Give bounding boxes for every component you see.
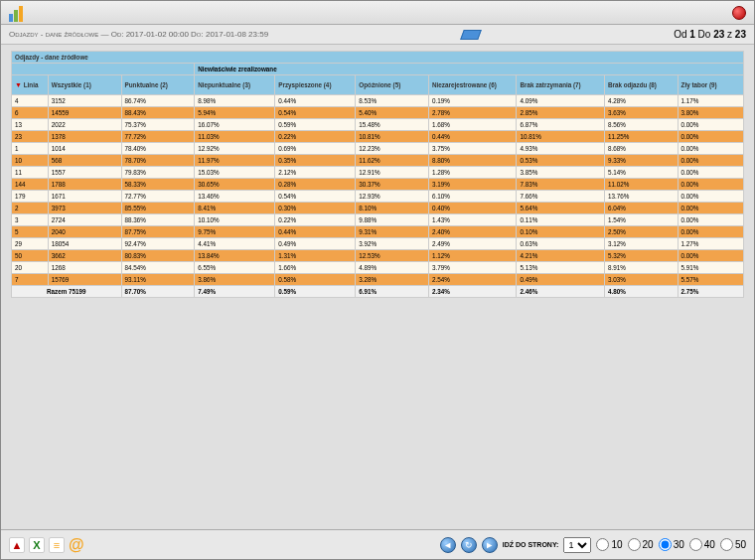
table-row[interactable]: 23137877.72%11.03%0.22%10.81%0.44%10.81%…	[12, 131, 744, 143]
next-page-button[interactable]: ►	[482, 537, 498, 553]
total-cell: 4.80%	[604, 286, 678, 298]
export-xls-icon[interactable]: X	[29, 537, 45, 553]
table-cell: 1671	[48, 191, 121, 203]
table-row[interactable]: 1101478.40%12.92%0.69%12.23%3.75%4.93%8.…	[12, 143, 744, 155]
col-linia[interactable]: ▼ Linia	[12, 75, 49, 95]
sort-desc-icon: ▼	[15, 81, 22, 88]
table-cell: 5.94%	[195, 107, 275, 119]
table-cell: 5.32%	[604, 250, 678, 262]
prev-page-button[interactable]: ◄	[440, 537, 456, 553]
table-cell: 4.21%	[517, 250, 604, 262]
table-cell: 1.31%	[275, 250, 356, 262]
table-cell: 3.19%	[429, 179, 517, 191]
table-cell: 2022	[48, 119, 121, 131]
page-size-radio[interactable]	[596, 538, 609, 551]
table-cell: 0.00%	[678, 226, 743, 238]
table-cell: 10.81%	[356, 131, 429, 143]
table-cell: 30.65%	[195, 179, 275, 191]
table-cell: 87.75%	[121, 226, 195, 238]
range-do: Do	[698, 29, 711, 40]
table-cell: 7.83%	[517, 179, 604, 191]
table-row[interactable]: 11155779.83%15.03%2.12%12.91%1.28%3.85%5…	[12, 167, 744, 179]
page-size-option[interactable]: 10	[596, 538, 622, 551]
table-cell: 79.83%	[121, 167, 195, 179]
table-cell: 0.35%	[275, 155, 356, 167]
table-row[interactable]: 5204087.75%9.75%0.44%9.31%2.40%0.10%2.50…	[12, 226, 744, 238]
close-icon[interactable]	[732, 6, 746, 20]
page-size-option[interactable]: 40	[689, 538, 715, 551]
table-row[interactable]: 4315286.74%8.98%0.44%8.53%0.19%4.09%4.28…	[12, 95, 744, 107]
table-cell: 12.93%	[356, 191, 429, 203]
table-cell: 0.69%	[275, 143, 356, 155]
table-cell: 8.41%	[195, 203, 275, 214]
table-cell: 13	[12, 119, 49, 131]
table-cell: 11.03%	[195, 131, 275, 143]
table-cell: 0.54%	[275, 107, 356, 119]
table-cell: 3662	[48, 250, 121, 262]
export-pdf-icon[interactable]: ▲	[9, 537, 25, 553]
table-cell: 0.10%	[517, 226, 604, 238]
table-cell: 2040	[48, 226, 121, 238]
table-row[interactable]: 144178858.33%30.65%0.28%30.37%3.19%7.83%…	[12, 179, 744, 191]
table-title: Odjazdy - dane źródłowe	[12, 52, 744, 64]
table-row[interactable]: 50366280.83%13.84%1.31%12.53%1.12%4.21%5…	[12, 250, 744, 262]
table-cell: 3.85%	[517, 167, 604, 179]
table-row[interactable]: 179167172.77%13.46%0.54%12.93%6.10%7.66%…	[12, 191, 744, 203]
page-size-label: 40	[704, 539, 715, 550]
table-cell: 11.02%	[604, 179, 678, 191]
table-cell: 0.00%	[678, 214, 743, 226]
table-row[interactable]: 71576993.11%3.86%0.58%3.28%2.54%0.49%3.0…	[12, 274, 744, 286]
table-cell: 0.00%	[678, 155, 743, 167]
table-cell: 9.88%	[356, 214, 429, 226]
table-cell: 78.40%	[121, 143, 195, 155]
table-cell: 2.85%	[517, 107, 604, 119]
page-size-option[interactable]: 50	[720, 538, 746, 551]
goto-page-select[interactable]: 1	[563, 537, 591, 553]
page-size-radio[interactable]	[659, 538, 672, 551]
col-przyspieszone[interactable]: Przyspieszone (4)	[275, 75, 356, 95]
export-email-icon[interactable]: @	[69, 536, 84, 554]
table-row[interactable]: 20126884.54%6.55%1.66%4.89%3.79%5.13%8.9…	[12, 262, 744, 274]
col-niepunktualne[interactable]: Niepunktualne (3)	[195, 75, 275, 95]
refresh-button[interactable]: ↻	[461, 537, 477, 553]
page-size-option[interactable]: 30	[659, 538, 684, 551]
table-row[interactable]: 1056878.70%11.97%0.35%11.62%8.80%0.53%9.…	[12, 155, 744, 167]
goto-label: IDŹ DO STRONY:	[503, 541, 559, 548]
col-brak-zatrzymania[interactable]: Brak zatrzymania (7)	[517, 75, 604, 95]
table-row[interactable]: 2397385.55%8.41%0.30%8.10%0.40%5.64%6.04…	[12, 203, 744, 214]
table-row[interactable]: 13202275.37%16.07%0.59%15.48%1.68%6.87%8…	[12, 119, 744, 131]
table-cell: 3.75%	[429, 143, 517, 155]
col-opoznione[interactable]: Opóźnione (5)	[356, 75, 429, 95]
table-cell: 0.44%	[275, 226, 356, 238]
page-size-radio[interactable]	[628, 538, 641, 551]
table-cell: 0.22%	[275, 214, 356, 226]
table-cell: 9.33%	[604, 155, 678, 167]
table-cell: 30.37%	[356, 179, 429, 191]
range-total: 23	[735, 29, 746, 40]
col-wszystkie[interactable]: Wszystkie (1)	[48, 75, 121, 95]
table-cell: 0.00%	[678, 191, 743, 203]
table-cell: 13.76%	[604, 191, 678, 203]
table-row[interactable]: 291805492.47%4.41%0.49%3.92%2.49%0.63%3.…	[12, 238, 744, 250]
page-size-radio[interactable]	[720, 538, 733, 551]
table-cell: 3.86%	[195, 274, 275, 286]
page-size-option[interactable]: 20	[628, 538, 654, 551]
table-cell: 6.10%	[429, 191, 517, 203]
page-size-group: 1020304050	[596, 538, 746, 551]
table-cell: 5.40%	[356, 107, 429, 119]
table-cell: 3.63%	[604, 107, 678, 119]
table-cell: 0.59%	[275, 119, 356, 131]
table-cell: 0.54%	[275, 191, 356, 203]
col-punktualne[interactable]: Punktualne (2)	[121, 75, 195, 95]
col-brak-odjazdu[interactable]: Brak odjazdu (8)	[604, 75, 678, 95]
col-zly-tabor[interactable]: Zły tabor (9)	[678, 75, 743, 95]
table-cell: 8.56%	[604, 119, 678, 131]
table-row[interactable]: 3272488.36%10.10%0.22%9.88%1.43%0.11%1.5…	[12, 214, 744, 226]
page-size-radio[interactable]	[689, 538, 702, 551]
table-cell: 2724	[48, 214, 121, 226]
table-cell: 0.53%	[517, 155, 604, 167]
table-row[interactable]: 61455988.43%5.94%0.54%5.40%2.78%2.85%3.6…	[12, 107, 744, 119]
export-doc-icon[interactable]: ≡	[49, 537, 65, 553]
table-cell: 0.00%	[678, 119, 743, 131]
col-niezarejestrowane[interactable]: Niezarejestrowane (6)	[429, 75, 517, 95]
